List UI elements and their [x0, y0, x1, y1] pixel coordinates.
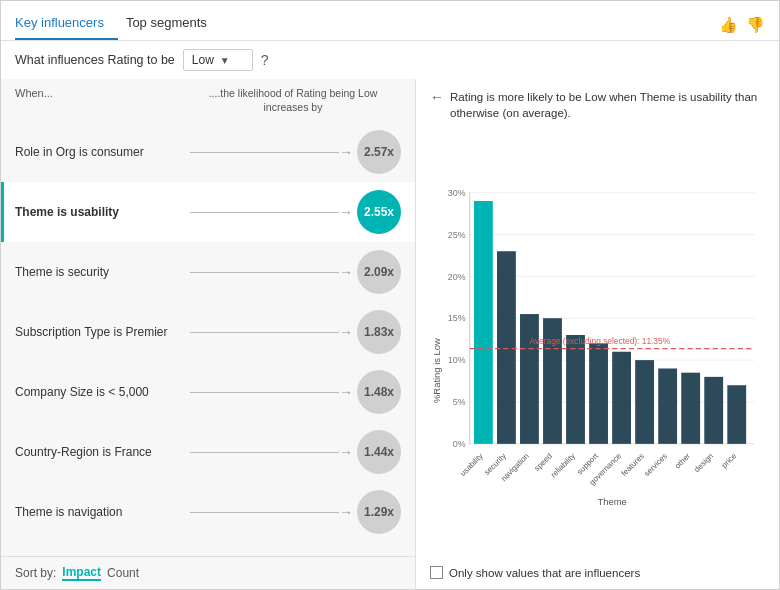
arrow-line: → [190, 444, 357, 460]
arrow-line: → [190, 264, 357, 280]
arrow-icon: → [339, 504, 353, 520]
svg-text:price: price [720, 451, 739, 470]
app-container: Key influencers Top segments 👍 👎 What in… [0, 0, 780, 590]
left-panel: When... ....the likelihood of Rating bei… [1, 79, 416, 589]
svg-text:25%: 25% [448, 230, 466, 240]
influencer-label: Theme is usability [15, 205, 190, 219]
chevron-down-icon: ▼ [220, 55, 230, 66]
checkbox-label: Only show values that are influencers [449, 567, 640, 579]
influencer-label: Theme is navigation [15, 505, 190, 519]
svg-text:15%: 15% [448, 314, 466, 324]
influencer-row[interactable]: Theme is security → 2.09x [1, 242, 415, 302]
arrow-icon: → [339, 264, 353, 280]
svg-text:speed: speed [532, 452, 553, 473]
column-headers: When... ....the likelihood of Rating bei… [1, 85, 415, 118]
arrow-line: → [190, 324, 357, 340]
arrow-line: → [190, 384, 357, 400]
bar-security[interactable] [497, 251, 516, 444]
main-content: When... ....the likelihood of Rating bei… [1, 79, 779, 589]
svg-text:usability: usability [458, 452, 484, 478]
influencer-label: Subscription Type is Premier [15, 325, 190, 339]
col-when-label: When... [15, 87, 185, 114]
active-bar [1, 182, 4, 242]
influencer-bubble: 2.57x [357, 130, 401, 174]
x-axis-label: Theme [598, 496, 627, 507]
bar-design[interactable] [704, 377, 723, 444]
influencer-row[interactable]: Subscription Type is Premier → 1.83x [1, 302, 415, 362]
svg-text:other: other [673, 451, 692, 470]
svg-text:0%: 0% [453, 439, 466, 449]
bar-features[interactable] [635, 360, 654, 444]
tab-top-segments[interactable]: Top segments [126, 9, 221, 40]
bar-services[interactable] [658, 369, 677, 444]
svg-text:10%: 10% [448, 355, 466, 365]
arrow-line: → [190, 144, 357, 160]
filter-value: Low [192, 53, 214, 67]
influencer-label: Company Size is < 5,000 [15, 385, 190, 399]
influencer-label: Role in Org is consumer [15, 145, 190, 159]
influencer-label: Country-Region is France [15, 445, 190, 459]
influencer-bubble-active: 2.55x [357, 190, 401, 234]
sort-label: Sort by: [15, 566, 56, 580]
arrow-line: → [190, 204, 357, 220]
bar-navigation[interactable] [520, 314, 539, 444]
influencer-bubble: 1.29x [357, 490, 401, 534]
chart-canvas: %Rating is Low 30% 25% [430, 131, 765, 558]
svg-text:30%: 30% [448, 188, 466, 198]
influencer-bubble: 1.83x [357, 310, 401, 354]
back-text: Rating is more likely to be Low when The… [450, 89, 765, 121]
sort-impact[interactable]: Impact [62, 565, 101, 581]
bar-price[interactable] [727, 385, 746, 444]
influencer-row[interactable]: Role in Org is consumer → 2.57x [1, 122, 415, 182]
arrow-icon: → [339, 144, 353, 160]
arrow-icon: → [339, 204, 353, 220]
influencer-list: Role in Org is consumer → 2.57x Theme is… [1, 118, 415, 556]
tabs: Key influencers Top segments [15, 9, 229, 40]
bar-chart: %Rating is Low 30% 25% [430, 131, 765, 558]
chart-area: %Rating is Low 30% 25% [430, 131, 765, 579]
bar-usability[interactable] [474, 201, 493, 444]
checkbox-row: Only show values that are influencers [430, 566, 765, 579]
arrow-icon: → [339, 324, 353, 340]
svg-text:features: features [620, 452, 646, 478]
header: Key influencers Top segments 👍 👎 [1, 1, 779, 41]
arrow-icon: → [339, 384, 353, 400]
y-axis-label: %Rating is Low [431, 338, 442, 403]
back-row: ← Rating is more likely to be Low when T… [430, 89, 765, 121]
arrow-icon: → [339, 444, 353, 460]
svg-text:20%: 20% [448, 272, 466, 282]
svg-text:design: design [692, 452, 715, 475]
filter-dropdown[interactable]: Low ▼ [183, 49, 253, 71]
thumbs-down-icon[interactable]: 👎 [746, 16, 765, 34]
help-icon[interactable]: ? [261, 52, 269, 68]
bar-reliability[interactable] [566, 335, 585, 444]
header-icons: 👍 👎 [719, 16, 765, 34]
influencer-row[interactable]: Theme is navigation → 1.29x [1, 482, 415, 542]
influencer-label: Theme is security [15, 265, 190, 279]
influencer-row-active[interactable]: Theme is usability → 2.55x [1, 182, 415, 242]
influencer-row[interactable]: Country-Region is France → 1.44x [1, 422, 415, 482]
bar-governance[interactable] [612, 352, 631, 444]
arrow-line: → [190, 504, 357, 520]
svg-text:services: services [642, 452, 669, 479]
influencer-bubble: 2.09x [357, 250, 401, 294]
col-likelihood-label: ....the likelihood of Rating being Low i… [185, 87, 401, 114]
influencer-bubble: 1.44x [357, 430, 401, 474]
sort-count[interactable]: Count [107, 566, 139, 580]
checkbox-influencers[interactable] [430, 566, 443, 579]
bar-other[interactable] [681, 373, 700, 444]
right-panel: ← Rating is more likely to be Low when T… [416, 79, 779, 589]
sort-row: Sort by: Impact Count [1, 556, 415, 589]
tab-key-influencers[interactable]: Key influencers [15, 9, 118, 40]
svg-text:reliability: reliability [549, 452, 577, 480]
svg-text:5%: 5% [453, 397, 466, 407]
bar-support[interactable] [589, 344, 608, 445]
influencer-bubble: 1.48x [357, 370, 401, 414]
thumbs-up-icon[interactable]: 👍 [719, 16, 738, 34]
filter-row: What influences Rating to be Low ▼ ? [1, 41, 779, 79]
back-arrow-icon[interactable]: ← [430, 89, 444, 105]
influencer-row[interactable]: Company Size is < 5,000 → 1.48x [1, 362, 415, 422]
filter-question: What influences Rating to be [15, 53, 175, 67]
average-label: Average (excluding selected): 11.35% [529, 337, 670, 347]
